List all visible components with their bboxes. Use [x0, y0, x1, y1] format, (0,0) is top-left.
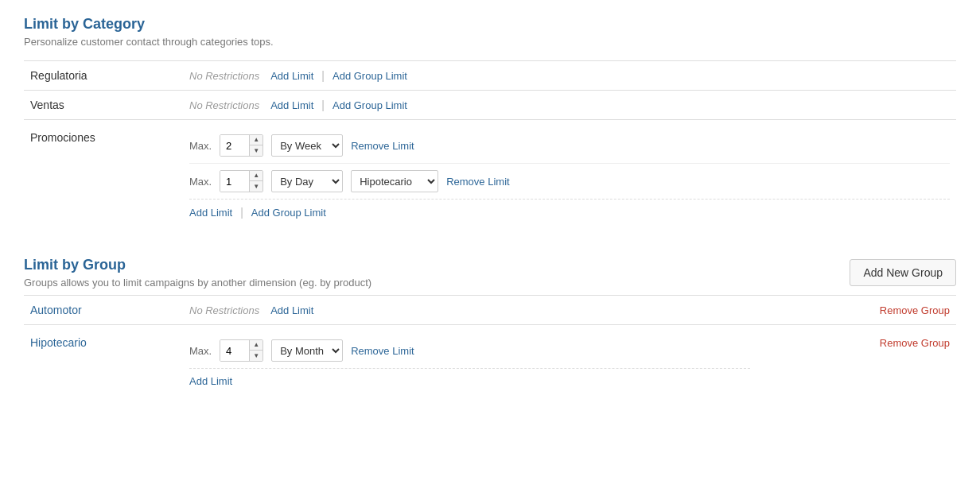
- limit-by-group-title-block: Limit by Group Groups allows you to limi…: [24, 257, 371, 289]
- add-limit-ventas[interactable]: Add Limit: [270, 99, 313, 111]
- max-value-2[interactable]: [220, 171, 249, 192]
- add-limit-automotor[interactable]: Add Limit: [270, 304, 313, 316]
- max-value-1[interactable]: [220, 135, 249, 156]
- group-table: Automotor No Restrictions Add Limit Remo…: [24, 295, 956, 401]
- max-label-1: Max.: [189, 140, 212, 152]
- limit-by-category-title: Limit by Category: [24, 16, 956, 33]
- spinner-buttons-2: ▲ ▼: [249, 171, 262, 192]
- spinner-up-hip-1[interactable]: ▲: [250, 340, 262, 351]
- add-group-limit-ventas[interactable]: Add Group Limit: [332, 99, 407, 111]
- add-limit-hipotecario[interactable]: Add Limit: [189, 375, 232, 387]
- spinner-down-1[interactable]: ▼: [250, 145, 262, 156]
- limit-row-2: Max. ▲ ▼ By Day By Week: [189, 163, 950, 199]
- category-controls-promociones: Max. ▲ ▼ By Week By Day: [183, 120, 956, 234]
- add-limit-promociones[interactable]: Add Limit: [189, 207, 232, 219]
- no-restrictions-automotor: No Restrictions: [189, 304, 259, 316]
- table-row: Promociones Max. ▲ ▼: [24, 120, 956, 234]
- table-row: Automotor No Restrictions Add Limit Remo…: [24, 296, 956, 325]
- category-controls-regulatoria: No Restrictions Add Limit | Add Group Li…: [183, 61, 956, 91]
- table-row: Ventas No Restrictions Add Limit | Add G…: [24, 91, 956, 120]
- add-row-promociones: Add Limit | Add Group Limit: [189, 199, 950, 225]
- category-name-regulatoria: Regulatoria: [24, 61, 183, 91]
- no-restrictions-ventas: No Restrictions: [189, 99, 259, 111]
- max-label-2: Max.: [189, 176, 212, 188]
- limit-row-1: Max. ▲ ▼ By Week By Day: [189, 128, 950, 163]
- remove-group-cell-automotor: Remove Group: [756, 296, 956, 325]
- remove-group-hipotecario[interactable]: Remove Group: [880, 337, 950, 349]
- period-select-1[interactable]: By Week By Day By Month By Year: [271, 134, 343, 157]
- hipotecario-limit-row-1: Max. ▲ ▼ By Month By Day: [189, 333, 750, 368]
- max-input-hip-1[interactable]: ▲ ▼: [220, 339, 263, 362]
- limit-by-category-subtitle: Personalize customer contact through cat…: [24, 36, 956, 48]
- table-row: Regulatoria No Restrictions Add Limit | …: [24, 61, 956, 91]
- category-name-ventas: Ventas: [24, 91, 183, 120]
- group-select-2[interactable]: Hipotecario Automotor: [351, 170, 438, 192]
- max-label-hip-1: Max.: [189, 345, 212, 357]
- table-row: Hipotecario Max. ▲ ▼: [24, 325, 956, 402]
- max-input-1[interactable]: ▲ ▼: [220, 134, 263, 157]
- separator: |: [321, 99, 325, 111]
- limit-by-group-title: Limit by Group: [24, 257, 371, 273]
- remove-limit-hip-1[interactable]: Remove Limit: [351, 345, 414, 357]
- limit-by-group-section: Limit by Group Groups allows you to limi…: [24, 257, 956, 401]
- group-controls-hipotecario: Max. ▲ ▼ By Month By Day: [183, 325, 756, 402]
- max-value-hip-1[interactable]: [220, 340, 249, 361]
- add-limit-regulatoria[interactable]: Add Limit: [270, 70, 313, 82]
- remove-group-cell-hipotecario: Remove Group: [756, 325, 956, 402]
- period-select-hip-1[interactable]: By Month By Day By Week By Year: [271, 339, 343, 362]
- limit-by-group-header: Limit by Group Groups allows you to limi…: [24, 257, 956, 289]
- separator: |: [240, 206, 243, 219]
- no-restrictions-regulatoria: No Restrictions: [189, 70, 259, 82]
- group-controls-automotor: No Restrictions Add Limit: [183, 296, 756, 325]
- category-name-promociones: Promociones: [24, 120, 183, 234]
- group-name-hipotecario: Hipotecario: [24, 325, 183, 402]
- add-group-limit-promociones[interactable]: Add Group Limit: [251, 207, 326, 219]
- add-group-limit-regulatoria[interactable]: Add Group Limit: [332, 70, 407, 82]
- max-input-2[interactable]: ▲ ▼: [220, 170, 263, 192]
- category-controls-ventas: No Restrictions Add Limit | Add Group Li…: [183, 91, 956, 120]
- spinner-down-2[interactable]: ▼: [250, 181, 262, 192]
- period-select-2[interactable]: By Day By Week By Month By Year: [271, 170, 343, 192]
- limit-by-group-subtitle: Groups allows you to limit campaigns by …: [24, 277, 371, 289]
- remove-group-automotor[interactable]: Remove Group: [880, 304, 950, 316]
- spinner-buttons-hip-1: ▲ ▼: [249, 340, 262, 361]
- separator: |: [321, 69, 325, 82]
- spinner-up-2[interactable]: ▲: [250, 171, 262, 181]
- add-new-group-button[interactable]: Add New Group: [850, 259, 956, 286]
- group-name-automotor: Automotor: [24, 296, 183, 325]
- spinner-up-1[interactable]: ▲: [250, 135, 262, 145]
- category-table: Regulatoria No Restrictions Add Limit | …: [24, 60, 956, 233]
- remove-limit-1[interactable]: Remove Limit: [351, 140, 414, 152]
- spinner-buttons-1: ▲ ▼: [249, 135, 262, 156]
- spinner-down-hip-1[interactable]: ▼: [250, 351, 262, 361]
- remove-limit-2[interactable]: Remove Limit: [446, 176, 509, 188]
- add-row-hipotecario: Add Limit: [189, 368, 750, 393]
- limit-by-category-section: Limit by Category Personalize customer c…: [24, 16, 956, 233]
